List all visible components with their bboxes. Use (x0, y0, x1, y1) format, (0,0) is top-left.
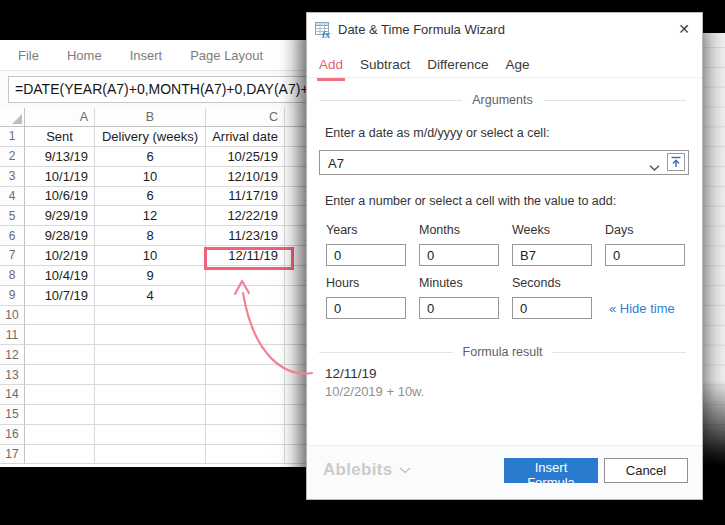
insert-formula-button[interactable]: Insert Formula (504, 458, 598, 483)
cancel-button[interactable]: Cancel (604, 458, 688, 483)
cell-B12[interactable] (95, 345, 206, 365)
cell-D13[interactable] (285, 365, 306, 385)
close-icon[interactable]: ✕ (675, 20, 693, 38)
cell-C12[interactable] (206, 345, 285, 365)
tab-difference[interactable]: Difference (427, 56, 488, 77)
cell-C13[interactable] (206, 365, 285, 385)
row-header-9[interactable]: 9 (0, 286, 25, 306)
cell-C1[interactable]: Arrival date (206, 127, 285, 147)
cell-A17[interactable] (25, 445, 95, 465)
col-header-C[interactable]: C (206, 108, 285, 127)
row-header-7[interactable]: 7 (0, 246, 25, 266)
cell-C17[interactable] (206, 445, 285, 465)
cell-D17[interactable] (285, 445, 306, 465)
tab-subtract[interactable]: Subtract (360, 56, 410, 77)
row-header-6[interactable]: 6 (0, 226, 25, 246)
cell-D11[interactable] (285, 325, 306, 345)
seconds-input[interactable] (512, 297, 592, 319)
cell-C9[interactable] (206, 286, 285, 306)
row-header-11[interactable]: 11 (0, 325, 25, 345)
cell-D1[interactable] (285, 127, 306, 147)
cell-C16[interactable] (206, 425, 285, 445)
cell-C15[interactable] (206, 405, 285, 425)
chevron-down-icon[interactable] (649, 159, 660, 174)
cell-B11[interactable] (95, 325, 206, 345)
tab-add[interactable]: Add (319, 56, 343, 77)
cell-A6[interactable]: 9/28/19 (25, 226, 95, 246)
cell-B3[interactable]: 10 (95, 167, 206, 187)
ribbon-tab-page-layout[interactable]: Page Layout (190, 48, 263, 63)
weeks-input[interactable] (512, 244, 592, 266)
cell-B7[interactable]: 10 (95, 246, 206, 266)
ribbon-tab-home[interactable]: Home (67, 48, 102, 63)
cell-A5[interactable]: 9/29/19 (25, 206, 95, 226)
tab-age[interactable]: Age (506, 56, 530, 77)
cell-A16[interactable] (25, 425, 95, 445)
ablebits-menu[interactable]: Ablebits (323, 460, 411, 480)
cell-D2[interactable] (285, 147, 306, 167)
row-header-5[interactable]: 5 (0, 206, 25, 226)
row-header-4[interactable]: 4 (0, 187, 25, 207)
cell-A8[interactable]: 10/4/19 (25, 266, 95, 286)
cell-B13[interactable] (95, 365, 206, 385)
days-input[interactable] (605, 244, 685, 266)
cell-C14[interactable] (206, 385, 285, 405)
cell-B2[interactable]: 6 (95, 147, 206, 167)
cell-B10[interactable] (95, 306, 206, 326)
cell-B16[interactable] (95, 425, 206, 445)
minutes-input[interactable] (419, 297, 499, 319)
cell-A13[interactable] (25, 365, 95, 385)
row-header-14[interactable]: 14 (0, 385, 25, 405)
cell-C4[interactable]: 11/17/19 (206, 187, 285, 207)
row-header-3[interactable]: 3 (0, 167, 25, 187)
cell-D12[interactable] (285, 345, 306, 365)
cell-C11[interactable] (206, 325, 285, 345)
row-header-2[interactable]: 2 (0, 147, 25, 167)
col-header-A[interactable]: A (25, 108, 95, 127)
cell-D10[interactable] (285, 306, 306, 326)
cell-D3[interactable] (285, 167, 306, 187)
col-header-B[interactable]: B (95, 108, 206, 127)
cell-B17[interactable] (95, 445, 206, 465)
row-header-15[interactable]: 15 (0, 405, 25, 425)
cell-A9[interactable]: 10/7/19 (25, 286, 95, 306)
cell-D16[interactable] (285, 425, 306, 445)
ribbon-tab-insert[interactable]: Insert (130, 48, 163, 63)
cell-D15[interactable] (285, 405, 306, 425)
cell-C3[interactable]: 12/10/19 (206, 167, 285, 187)
cell-B1[interactable]: Delivery (weeks) (95, 127, 206, 147)
cell-A3[interactable]: 10/1/19 (25, 167, 95, 187)
hours-input[interactable] (326, 297, 406, 319)
cell-A10[interactable] (25, 306, 95, 326)
cell-A2[interactable]: 9/13/19 (25, 147, 95, 167)
cell-D6[interactable] (285, 226, 306, 246)
ribbon-tab-file[interactable]: File (18, 48, 39, 63)
cell-B8[interactable]: 9 (95, 266, 206, 286)
cell-B15[interactable] (95, 405, 206, 425)
col-header-d[interactable] (285, 108, 306, 127)
cell-A7[interactable]: 10/2/19 (25, 246, 95, 266)
cell-C6[interactable]: 11/23/19 (206, 226, 285, 246)
cell-C2[interactable]: 10/25/19 (206, 147, 285, 167)
row-header-1[interactable]: 1 (0, 127, 25, 147)
hide-time-link[interactable]: « Hide time (609, 301, 675, 316)
cell-B4[interactable]: 6 (95, 187, 206, 207)
cell-D14[interactable] (285, 385, 306, 405)
cell-A12[interactable] (25, 345, 95, 365)
row-header-8[interactable]: 8 (0, 266, 25, 286)
years-input[interactable] (326, 244, 406, 266)
cell-A15[interactable] (25, 405, 95, 425)
row-header-17[interactable]: 17 (0, 445, 25, 465)
cell-A1[interactable]: Sent (25, 127, 95, 147)
cell-B5[interactable]: 12 (95, 206, 206, 226)
cell-A11[interactable] (25, 325, 95, 345)
months-input[interactable] (419, 244, 499, 266)
cell-A4[interactable]: 10/6/19 (25, 187, 95, 207)
cell-A14[interactable] (25, 385, 95, 405)
cell-C10[interactable] (206, 306, 285, 326)
cell-D4[interactable] (285, 187, 306, 207)
row-header-13[interactable]: 13 (0, 365, 25, 385)
cell-B14[interactable] (95, 385, 206, 405)
row-header-12[interactable]: 12 (0, 345, 25, 365)
select-all-corner[interactable] (0, 108, 25, 127)
